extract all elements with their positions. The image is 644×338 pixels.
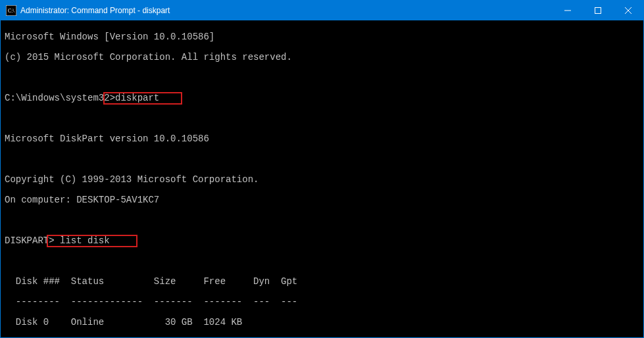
output-line (5, 155, 639, 165)
command-text: list disk (60, 235, 110, 246)
output-line (5, 216, 639, 226)
output-line (5, 256, 639, 267)
svg-rect-4 (595, 8, 601, 14)
table-header: Disk ### Status Size Free Dyn Gpt (5, 277, 639, 287)
prompt-line: C:\Windows\system32>diskpart (5, 93, 639, 104)
titlebar[interactable]: C:\ Administrator: Command Prompt - disk… (1, 1, 643, 20)
output-line: On computer: DESKTOP-5AV1KC7 (5, 195, 639, 206)
maximize-button[interactable] (583, 1, 613, 20)
output-line: (c) 2015 Microsoft Corporation. All righ… (5, 53, 639, 63)
window-title: Administrator: Command Prompt - diskpart (20, 6, 553, 15)
table-divider: -------- ------------- ------- ------- -… (5, 297, 639, 308)
cmd-icon: C:\ (6, 5, 16, 16)
output-line: Copyright (C) 1999-2013 Microsoft Corpor… (5, 175, 639, 185)
close-button[interactable] (613, 1, 643, 20)
prompt: C:\Windows\system32> (5, 93, 115, 103)
table-row: Disk 0 Online 30 GB 1024 KB (5, 318, 639, 328)
command-text: diskpart (115, 93, 159, 103)
output-line (5, 73, 639, 84)
output-line (5, 114, 639, 124)
svg-text:C:\: C:\ (8, 8, 15, 14)
output-line: Microsoft DiskPart version 10.0.10586 (5, 134, 639, 145)
prompt: DISKPART> (5, 235, 60, 246)
window-controls (553, 1, 643, 20)
minimize-button[interactable] (553, 1, 583, 20)
terminal-output[interactable]: Microsoft Windows [Version 10.0.10586] (… (1, 20, 643, 337)
prompt-line: DISKPART> list disk (5, 236, 639, 247)
output-line: Microsoft Windows [Version 10.0.10586] (5, 32, 639, 43)
